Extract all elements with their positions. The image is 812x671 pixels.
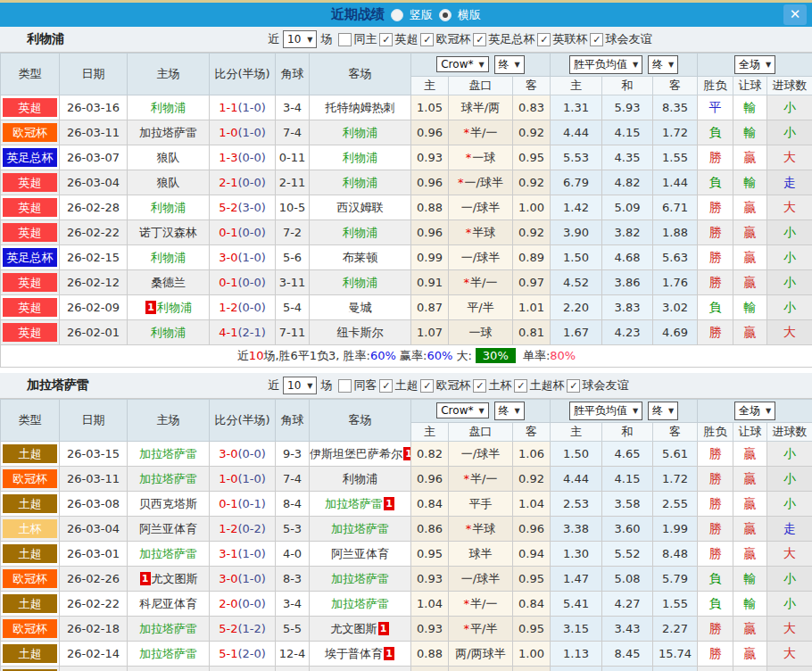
result-handicap: 輸: [733, 592, 767, 617]
league-cell: 土超: [1, 642, 60, 667]
near-label: 近: [268, 31, 279, 47]
handicap: 平手: [449, 492, 513, 517]
col-goals-result: 进球数: [767, 423, 812, 442]
final-avg-select[interactable]: 终▼: [648, 402, 678, 420]
bookmaker-select[interactable]: Crow*▼: [436, 402, 488, 418]
avg-home: 1.31: [551, 95, 602, 120]
result-goals: 大: [767, 617, 812, 642]
result-outcome: 平: [698, 95, 733, 120]
result-outcome: 勝: [698, 320, 733, 345]
league-badge: 欧冠杯: [3, 619, 57, 638]
league-cell: 欧冠杯: [1, 617, 60, 642]
col-type: 类型: [1, 400, 60, 442]
radio-vertical-layout[interactable]: [391, 9, 403, 21]
chevron-down-icon: ▼: [766, 61, 771, 69]
odds-home: 0.96: [411, 467, 449, 492]
away-team: 利物浦: [310, 120, 411, 145]
league-cell: 土杯: [1, 517, 60, 542]
corners: 3-4: [276, 592, 310, 617]
chevron-down-icon: ▼: [633, 61, 638, 69]
table-row: 英超26-02-28利物浦5-2(3-0)10-5西汉姆联0.88一/球半1.0…: [1, 195, 812, 220]
table-row: 英超26-02-01利物浦4-1(2-1)7-11纽卡斯尔1.07一球0.811…: [1, 320, 812, 345]
match-count-select[interactable]: 10▼: [283, 377, 317, 394]
handicap: 两/两球半: [449, 642, 513, 667]
league-checkbox[interactable]: ✓: [379, 33, 393, 46]
handicap: *半/一: [449, 467, 513, 492]
team-section: 利物浦 近 10▼ 场 同主 ✓英超✓欧冠杯✓英足总杯✓英联杯✓球会友谊 类型 …: [0, 27, 812, 368]
home-team: 狼队: [128, 145, 210, 170]
sections-container: 利物浦 近 10▼ 场 同主 ✓英超✓欧冠杯✓英足总杯✓英联杯✓球会友谊 类型 …: [0, 27, 812, 671]
league-badge: 英超: [3, 298, 57, 317]
close-button[interactable]: ✕: [783, 4, 807, 25]
score: 2-1(0-0): [210, 170, 276, 195]
result-handicap: 贏: [733, 220, 767, 245]
avg-draw: 5.08: [602, 567, 653, 592]
chevron-down-icon: ▼: [668, 407, 674, 415]
chevron-down-icon: ▼: [668, 61, 674, 69]
avg-home: 5.53: [551, 145, 602, 170]
team-name: 利物浦: [27, 31, 268, 47]
score: 0-1(0-1): [210, 492, 276, 517]
result-outcome: 負: [698, 295, 733, 320]
scope-select[interactable]: 全场▼: [734, 55, 775, 74]
odds-home: 0.84: [411, 492, 449, 517]
table-row: 土超26-02-14加拉塔萨雷5-1(2-0)12-4埃于普体育10.88两/两…: [1, 642, 812, 667]
league-checkbox[interactable]: ✓: [473, 379, 486, 393]
home-team: 加拉塔萨雷: [128, 120, 210, 145]
chevron-down-icon: ▼: [478, 61, 484, 69]
league-cell: 英超: [1, 320, 60, 345]
league-checkbox-label: 英足总杯: [488, 31, 534, 47]
away-team: 利物浦: [310, 220, 411, 245]
final-odds-select[interactable]: 终▼: [494, 55, 525, 74]
score: 5-1(2-0): [210, 642, 276, 667]
result-goals: 走: [767, 170, 812, 195]
avg-select[interactable]: 胜平负均值▼: [569, 55, 642, 74]
bookmaker-select[interactable]: Crow*▼: [436, 56, 488, 72]
league-checkbox[interactable]: ✓: [473, 33, 486, 46]
result-goals: 小: [767, 270, 812, 295]
handicap: *半/一: [449, 120, 513, 145]
odds-home: 0.87: [411, 295, 449, 320]
red-card-badge: 1: [145, 301, 156, 314]
league-checkbox[interactable]: ✓: [514, 379, 527, 393]
match-count-select[interactable]: 10▼: [283, 30, 317, 48]
red-card-badge: 1: [384, 497, 394, 510]
handicap: *平/半: [449, 617, 513, 642]
scope-select[interactable]: 全场▼: [734, 402, 775, 420]
odds-away: 0.95: [513, 145, 551, 170]
handicap: 一/球半: [449, 442, 513, 467]
col-score: 比分(半场): [210, 400, 276, 442]
same-venue-checkbox[interactable]: [338, 379, 352, 393]
league-checkbox-label: 球会友谊: [582, 377, 628, 393]
odds-home: 0.99: [411, 245, 449, 270]
result-outcome: 勝: [698, 220, 733, 245]
same-venue-checkbox[interactable]: [338, 33, 352, 46]
handicap: 一/球半: [449, 567, 513, 592]
result-goals: 小: [767, 220, 812, 245]
league-cell: 英足总杯: [1, 145, 60, 170]
avg-home: 5.41: [551, 592, 602, 617]
corners: 7-4: [276, 120, 310, 145]
final-avg-select[interactable]: 终▼: [648, 55, 678, 74]
odds-away: 0.92: [513, 120, 551, 145]
table-row: 英超26-02-12桑德兰0-1(0-0)3-11利物浦0.91*半/一0.97…: [1, 270, 812, 295]
avg-select[interactable]: 胜平负均值▼: [569, 402, 642, 420]
avg-draw: 5.93: [602, 95, 653, 120]
odds-home: 1.05: [411, 95, 449, 120]
odds-away: 1.05: [513, 667, 551, 671]
league-checkbox[interactable]: ✓: [537, 33, 551, 46]
result-goals: 小: [767, 120, 812, 145]
final-odds-select[interactable]: 终▼: [494, 402, 525, 420]
results-table: 类型 日期 主场 比分(半场) 角球 客场 Crow*▼终▼ 胜平负均值▼终▼ …: [0, 53, 812, 368]
league-checkbox[interactable]: ✓: [420, 379, 434, 393]
avg-group-header: 胜平负均值▼终▼: [551, 54, 698, 77]
league-checkbox[interactable]: ✓: [420, 33, 434, 46]
radio-horizontal-layout[interactable]: [439, 9, 452, 21]
league-checkbox[interactable]: ✓: [379, 379, 393, 393]
corners: 7-4: [276, 467, 310, 492]
league-checkbox[interactable]: ✓: [567, 379, 580, 393]
odds-away: 0.95: [513, 617, 551, 642]
league-badge: 英超: [3, 273, 57, 292]
league-checkbox[interactable]: ✓: [590, 33, 603, 46]
match-date: 26-03-04: [60, 517, 128, 542]
